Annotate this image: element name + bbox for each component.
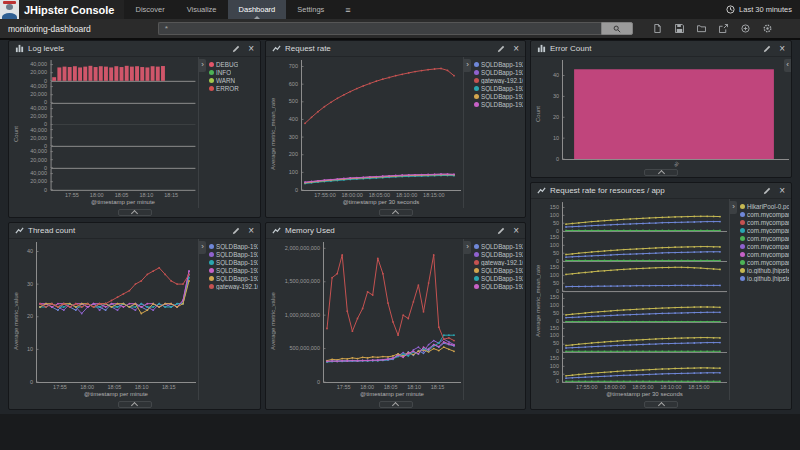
legend-item[interactable]: INFO <box>209 68 258 76</box>
collapse-panel-button[interactable] <box>379 209 413 216</box>
y-axis-tick: 20,000 <box>30 157 47 163</box>
legend-item[interactable]: io.github.jhipster.web.r... <box>740 266 789 274</box>
legend-expand-icon[interactable]: ‹ <box>784 59 791 72</box>
legend-item[interactable]: SQLDBapp-192.168.4... <box>474 274 523 282</box>
close-icon[interactable]: × <box>779 45 785 53</box>
close-icon[interactable]: × <box>513 227 519 235</box>
y-axis-title: Average metric_mean_rate <box>269 60 277 208</box>
close-icon[interactable]: × <box>248 227 254 235</box>
legend-toggle-icon[interactable]: › <box>199 241 206 254</box>
legend-item[interactable]: SQLDBapp-192.168.4... <box>474 92 523 100</box>
nav-item-visualize[interactable]: Visualize <box>176 0 228 19</box>
edit-icon[interactable] <box>497 227 505 235</box>
collapse-panel-button[interactable] <box>379 401 413 408</box>
legend-item[interactable]: gateway-192.168.43.8... <box>209 282 258 290</box>
search-button[interactable] <box>601 22 633 35</box>
legend-item[interactable]: SQLDBapp-192.168.4... <box>474 242 523 250</box>
legend-item[interactable]: SQLDBapp-192.168.4... <box>209 266 258 274</box>
legend-item[interactable]: io.github.jhipster.web.r... <box>740 274 789 282</box>
dashboard-grid: Log levels × Count020,00040,000020,00040… <box>0 38 800 414</box>
legend-item[interactable]: com.mycompany.myap... <box>740 218 789 226</box>
time-picker[interactable]: Last 30 minutes <box>726 0 800 19</box>
nav-item-settings[interactable]: Settings <box>286 0 335 19</box>
plot-area <box>36 242 196 383</box>
panel-header[interactable]: Request rate × <box>266 41 525 57</box>
add-visualization-icon[interactable] <box>741 24 750 33</box>
close-icon[interactable]: × <box>779 187 785 195</box>
x-axis-tick: all <box>672 160 680 168</box>
legend-item[interactable]: SQLDBapp-192.168.4... <box>474 282 523 290</box>
panel-header[interactable]: Memory Used × <box>266 223 525 239</box>
legend-item[interactable]: SQLDBapp-192.168.4... <box>474 266 523 274</box>
panel-header[interactable]: Thread count × <box>9 223 260 239</box>
legend-item[interactable]: com.mycompany.myap... <box>740 242 789 250</box>
nav-item-dashboard[interactable]: Dashboard <box>228 0 287 19</box>
bar <box>78 67 82 80</box>
plot-area <box>562 232 727 262</box>
bottom-background <box>0 414 800 450</box>
edit-icon[interactable] <box>763 187 771 195</box>
legend-item[interactable]: gateway-192.168.43.8... <box>474 76 523 84</box>
query-bar: monitoring-dashboard <box>0 19 800 40</box>
nav-item-discover[interactable]: Discover <box>124 0 175 19</box>
legend-toggle-icon[interactable]: › <box>464 241 471 254</box>
legend-item[interactable]: ERROR <box>209 84 258 92</box>
legend-item[interactable]: com.mycompany.myap... <box>740 234 789 242</box>
save-dashboard-icon[interactable] <box>675 24 684 33</box>
panel-header[interactable]: Log levels × <box>9 41 260 57</box>
legend-item[interactable]: SQLDBapp-192.168.4... <box>209 274 258 282</box>
legend-item[interactable]: SQLDBapp-192.168.4... <box>209 242 258 250</box>
options-gear-icon[interactable] <box>763 24 772 33</box>
new-dashboard-icon[interactable] <box>653 24 662 33</box>
plot-area <box>50 125 196 147</box>
y-axis-title: Average metric_mean_rate <box>534 202 542 400</box>
collapse-panel-button[interactable] <box>644 401 678 408</box>
load-dashboard-icon[interactable] <box>697 24 706 33</box>
legend-item[interactable]: com.mycompany.myap... <box>740 250 789 258</box>
legend-label: io.github.jhipster.web.r... <box>747 275 789 282</box>
legend-color-dot <box>209 78 214 83</box>
legend-toggle-icon[interactable]: › <box>730 201 737 214</box>
y-axis-tick: 10 <box>553 135 559 141</box>
x-axis-tick: 18:15 <box>431 384 445 390</box>
legend-item[interactable]: SQLDBapp-192.168.4... <box>474 84 523 92</box>
legend-item[interactable]: DEBUG <box>209 60 258 68</box>
legend-item[interactable]: SQLDBapp-192.168.4... <box>474 250 523 258</box>
x-axis-tick: 18:10:00 <box>396 192 417 198</box>
chevron-up-icon <box>131 210 138 217</box>
legend-item[interactable]: SQLDBapp-192.168.4... <box>474 100 523 108</box>
edit-icon[interactable] <box>497 45 505 53</box>
legend-item[interactable]: SQLDBapp-192.168.4... <box>474 60 523 68</box>
collapse-panel-button[interactable] <box>118 209 152 216</box>
edit-icon[interactable] <box>232 45 240 53</box>
edit-icon[interactable] <box>763 45 771 53</box>
panel-title: Request rate <box>285 44 331 53</box>
legend-item[interactable]: gateway-192.168.43.8... <box>474 258 523 266</box>
legend-item[interactable]: SQLDBapp-192.168.4... <box>209 250 258 258</box>
legend-item[interactable]: com.mycompany.myap... <box>740 210 789 218</box>
close-icon[interactable]: × <box>513 45 519 53</box>
y-axis-tick: 150 <box>550 204 559 210</box>
legend-item[interactable]: com.mycompany.myap... <box>740 226 789 234</box>
legend-label: HikariPool-0.pool.Wait <box>747 203 789 210</box>
legend-item[interactable]: HikariPool-0.pool.Wait <box>740 202 789 210</box>
panel-header[interactable]: Request rate for resources / app × <box>531 183 791 199</box>
legend-item[interactable]: SQLDBapp-192.168.4... <box>209 258 258 266</box>
legend-item[interactable]: WARN <box>209 76 258 84</box>
legend-item[interactable]: SQLDBapp-192.168.4... <box>474 68 523 76</box>
y-axis-tick: 0 <box>295 187 298 193</box>
list-menu-icon[interactable]: ≡ <box>335 0 360 19</box>
close-icon[interactable]: × <box>248 45 254 53</box>
collapse-panel-button[interactable] <box>118 401 152 408</box>
query-input[interactable] <box>158 22 601 35</box>
edit-icon[interactable] <box>232 227 240 235</box>
legend-toggle-icon[interactable]: › <box>464 59 471 72</box>
panel-header[interactable]: Error Count × <box>531 41 791 57</box>
legend-item[interactable]: com.mycompany.myap... <box>740 258 789 266</box>
thread-count-chart: Average metric_value01020304017:5518:001… <box>9 239 198 400</box>
share-icon[interactable] <box>719 24 728 33</box>
collapse-panel-button[interactable] <box>644 169 678 176</box>
bar-chart-icon <box>537 44 546 53</box>
legend-toggle-icon[interactable]: › <box>199 59 206 72</box>
brand[interactable]: JHipster Console <box>0 0 124 19</box>
